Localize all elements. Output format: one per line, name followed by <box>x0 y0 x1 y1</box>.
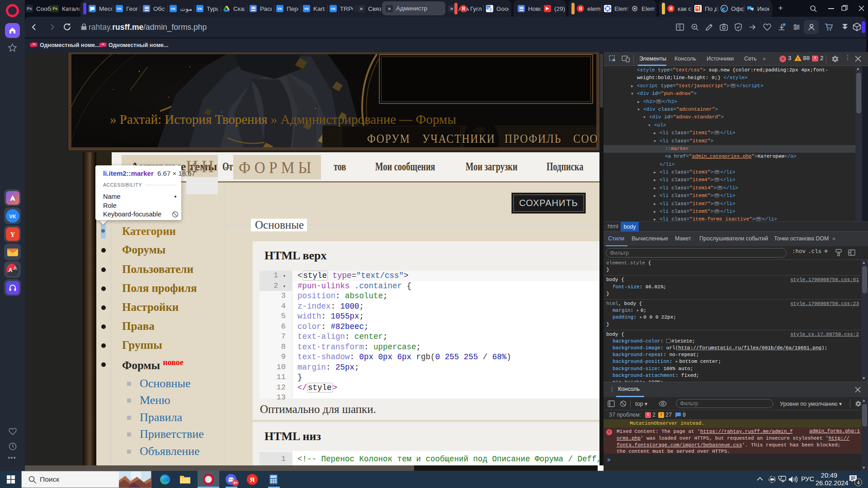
svg-text:A: A <box>8 267 12 273</box>
svg-text:文: 文 <box>489 8 492 11</box>
svg-text:VK: VK <box>9 214 16 219</box>
svg-text:Y: Y <box>10 231 15 238</box>
svg-text:あ: あ <box>13 266 17 270</box>
svg-text:Я: Я <box>250 476 255 483</box>
